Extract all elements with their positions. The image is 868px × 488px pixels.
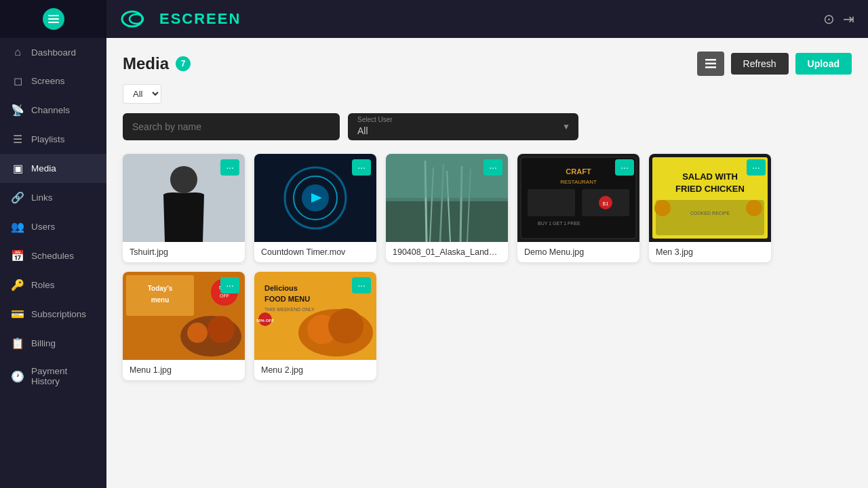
media-menu-button-4[interactable]: ··· xyxy=(615,159,634,176)
svg-point-39 xyxy=(654,200,671,216)
svg-text:SALAD WITH: SALAD WITH xyxy=(682,171,738,182)
sidebar-item-dashboard-label: Dashboard xyxy=(31,47,76,58)
logo-graphic xyxy=(120,9,155,29)
search-input[interactable] xyxy=(123,113,340,140)
media-filename-6: Menu 1.jpg xyxy=(123,360,245,380)
upload-button[interactable]: Upload xyxy=(795,53,852,75)
screens-icon: ◻ xyxy=(11,75,24,87)
sidebar-item-playlists[interactable]: ☰ Playlists xyxy=(0,125,106,154)
svg-rect-1 xyxy=(48,18,59,20)
menu-toggle-button[interactable] xyxy=(43,8,64,30)
sidebar-item-users[interactable]: 👥 Users xyxy=(0,212,106,241)
sidebar-item-playlists-label: Playlists xyxy=(31,134,65,144)
refresh-button[interactable]: Refresh xyxy=(731,53,789,75)
main-area: ESCREEN ⊙ ⇥ Media 7 Refresh xyxy=(106,0,868,488)
media-card-4[interactable]: CRAFT RESTAURANT $1 BUY 1 GET 1 FREE ···… xyxy=(517,154,639,262)
svg-rect-7 xyxy=(705,66,716,68)
content-header: Media 7 Refresh Upload xyxy=(123,52,852,76)
payment-history-icon: 🕐 xyxy=(11,370,24,383)
svg-text:Delicious: Delicious xyxy=(264,284,298,292)
sidebar-header xyxy=(0,0,106,38)
logout-icon[interactable]: ⇥ xyxy=(843,11,854,27)
media-count-badge: 7 xyxy=(176,56,191,71)
svg-text:Today's: Today's xyxy=(148,285,173,292)
media-card-1[interactable]: ···Tshuirt.jpg xyxy=(123,154,245,262)
media-menu-button-1[interactable]: ··· xyxy=(220,159,239,176)
topbar-right: ⊙ ⇥ xyxy=(823,11,854,27)
svg-text:$1: $1 xyxy=(603,201,609,207)
filter-all-select[interactable]: All xyxy=(123,84,161,104)
sidebar-item-billing-label: Billing xyxy=(31,338,56,348)
svg-point-3 xyxy=(122,12,142,26)
media-filename-2: Countdown Timer.mov xyxy=(254,242,376,262)
sidebar-item-users-label: Users xyxy=(31,222,55,232)
sidebar-item-links[interactable]: 🔗 Links xyxy=(0,183,106,212)
svg-rect-42 xyxy=(126,275,194,316)
media-filename-1: Tshuirt.jpg xyxy=(123,242,245,262)
links-icon: 🔗 xyxy=(11,191,24,204)
sidebar-item-roles-label: Roles xyxy=(31,280,55,290)
svg-text:menu: menu xyxy=(151,296,170,304)
svg-rect-16 xyxy=(386,201,508,242)
media-card-5[interactable]: SALAD WITH FRIED CHICKEN COOKED RECIPE ·… xyxy=(649,154,771,262)
search-row: Select User All ▼ xyxy=(123,113,852,140)
sidebar-item-dashboard[interactable]: ⌂ Dashboard xyxy=(0,38,106,66)
media-filename-7: Menu 2.jpg xyxy=(254,360,376,380)
filter-row: All xyxy=(123,84,852,104)
svg-rect-6 xyxy=(705,63,716,65)
nav-items: ⌂ Dashboard ◻ Screens 📡 Channels ☰ Playl… xyxy=(0,38,106,394)
sidebar-item-billing[interactable]: 📋 Billing xyxy=(0,329,106,358)
svg-rect-2 xyxy=(48,22,59,23)
playlists-icon: ☰ xyxy=(11,133,24,146)
roles-icon: 🔑 xyxy=(11,279,24,291)
billing-icon: 📋 xyxy=(11,337,24,350)
svg-rect-0 xyxy=(48,15,59,16)
media-menu-button-3[interactable]: ··· xyxy=(484,159,502,176)
media-card-3[interactable]: ···190408_01_Alaska_Landscape... xyxy=(386,154,508,262)
svg-point-40 xyxy=(746,200,762,216)
media-thumb-wrapper-2: ··· xyxy=(254,154,376,242)
sidebar-item-media-label: Media xyxy=(31,163,56,174)
sidebar-item-roles[interactable]: 🔑 Roles xyxy=(0,270,106,300)
media-card-7[interactable]: Delicious FOOD MENU THIS WEEKEND ONLY 50… xyxy=(254,272,376,380)
media-menu-button-2[interactable]: ··· xyxy=(352,159,371,176)
media-menu-button-5[interactable]: ··· xyxy=(747,159,766,176)
users-icon: 👥 xyxy=(11,220,24,233)
svg-text:OFF: OFF xyxy=(220,293,229,298)
list-view-button[interactable] xyxy=(697,52,724,76)
svg-text:COOKED RECIPE: COOKED RECIPE xyxy=(690,211,730,216)
channels-icon: 📡 xyxy=(11,104,24,117)
svg-point-4 xyxy=(130,14,143,24)
sidebar-item-channels[interactable]: 📡 Channels xyxy=(0,96,106,125)
sidebar: ⌂ Dashboard ◻ Screens 📡 Channels ☰ Playl… xyxy=(0,0,106,488)
sidebar-item-media[interactable]: ▣ Media xyxy=(0,154,106,183)
media-filename-3: 190408_01_Alaska_Landscape... xyxy=(386,242,508,262)
user-account-icon[interactable]: ⊙ xyxy=(823,11,835,27)
sidebar-item-payment-history[interactable]: 🕐 Payment History xyxy=(0,358,106,394)
svg-text:CRAFT: CRAFT xyxy=(566,167,591,176)
sidebar-item-screens[interactable]: ◻ Screens xyxy=(0,66,106,96)
sidebar-item-links-label: Links xyxy=(31,192,53,203)
media-card-6[interactable]: Today's menu 50% OFF ···Menu 1.jpg xyxy=(123,272,245,380)
sidebar-item-subscriptions[interactable]: 💳 Subscriptions xyxy=(0,300,106,329)
title-row: Media 7 xyxy=(123,54,191,73)
media-thumb-wrapper-4: CRAFT RESTAURANT $1 BUY 1 GET 1 FREE ··· xyxy=(517,154,639,242)
subscriptions-icon: 💳 xyxy=(11,308,24,321)
svg-text:50% OFF: 50% OFF xyxy=(256,319,274,323)
schedules-icon: 📅 xyxy=(11,249,24,262)
svg-point-50 xyxy=(208,316,235,343)
logo-text: ESCREEN xyxy=(159,10,241,28)
media-thumb-wrapper-6: Today's menu 50% OFF ··· xyxy=(123,272,245,360)
svg-rect-28 xyxy=(528,189,575,216)
media-filename-5: Men 3.jpg xyxy=(649,242,771,262)
media-menu-button-6[interactable]: ··· xyxy=(220,277,239,293)
media-grid: ···Tshuirt.jpg ···Countdown Timer.mov ··… xyxy=(123,154,852,380)
page-title: Media xyxy=(123,54,169,73)
media-thumb-wrapper-7: Delicious FOOD MENU THIS WEEKEND ONLY 50… xyxy=(254,272,376,360)
svg-rect-5 xyxy=(705,59,716,61)
sidebar-item-schedules[interactable]: 📅 Schedules xyxy=(0,241,106,270)
media-menu-button-7[interactable]: ··· xyxy=(352,277,371,293)
svg-text:THIS WEEKEND ONLY: THIS WEEKEND ONLY xyxy=(264,307,315,312)
media-card-2[interactable]: ···Countdown Timer.mov xyxy=(254,154,376,262)
select-user-label: Select User xyxy=(357,116,393,123)
